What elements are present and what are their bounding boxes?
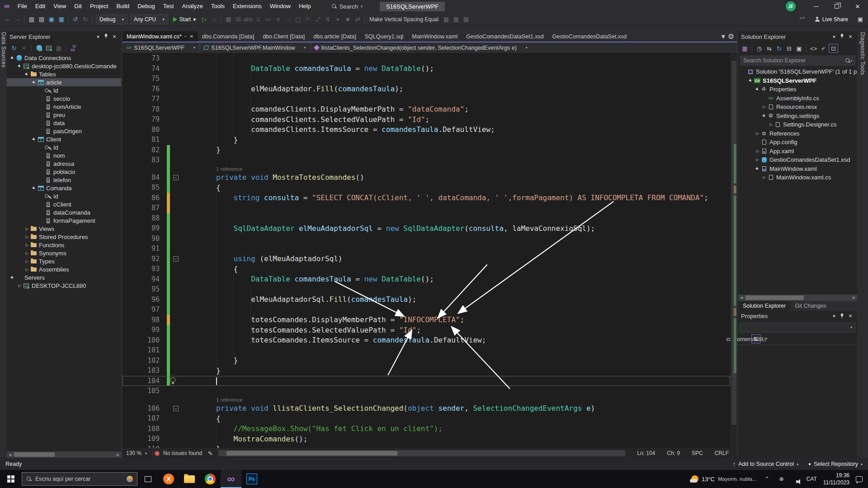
navigate-forward-icon[interactable]: →: [13, 14, 23, 24]
code-line-98[interactable]: 98 totesComandes.DisplayMemberPath = "IN…: [123, 315, 730, 325]
tree-item-stored-procedures[interactable]: ▷Stored Procedures: [7, 233, 121, 241]
tree-item-assemblyinfo-cs[interactable]: C#AssemblyInfo.cs: [738, 94, 857, 103]
document-well-options-icon[interactable]: ⚙: [728, 32, 734, 41]
tree-item-adressa[interactable]: adressa: [7, 160, 121, 168]
clear-bookmark-icon[interactable]: ⏸: [333, 14, 343, 24]
refresh-icon[interactable]: ↻: [774, 44, 784, 53]
tree-item-seccio[interactable]: seccio: [7, 94, 121, 103]
properties-window-icon[interactable]: ▣: [794, 44, 804, 53]
add-to-source-control-button[interactable]: ↑ Add to Source Control ▴: [733, 461, 798, 467]
indent-icon[interactable]: ⸬: [283, 14, 293, 24]
tab-dbo.Comanda-Data-[interactable]: dbo.Comanda [Data]: [198, 31, 259, 42]
new-project-icon[interactable]: ▨: [27, 14, 37, 24]
menu-item-file[interactable]: File: [14, 0, 31, 13]
minimize-button[interactable]: [806, 0, 826, 13]
zoom-select[interactable]: 130 % ▾: [123, 450, 151, 456]
code-editor[interactable]: 7374 DataTable comandesTaula = new DataT…: [123, 53, 730, 448]
code-line-78[interactable]: 78 comandesClients.DisplayMemberPath = "…: [123, 104, 730, 115]
taskbar-app-photoshop[interactable]: Ps: [241, 470, 262, 488]
tab-MainWindow.xaml.cs-[interactable]: MainWindow.xaml.cs*−✕: [123, 31, 198, 42]
notification-center-icon[interactable]: [856, 476, 863, 482]
make-vertical-spacing-equal-button[interactable]: Make Vertical Spacing Equal: [369, 16, 439, 23]
expander-closed-icon[interactable]: ▷: [24, 251, 30, 255]
tree-item-id[interactable]: Id: [7, 192, 121, 200]
code-line-79[interactable]: 79 comandesClients.SelectedValuePath = "…: [123, 114, 730, 125]
language-indicator[interactable]: CAT: [807, 476, 817, 482]
code-line-110[interactable]: 110 }: [123, 444, 730, 449]
tree-item-app-xaml[interactable]: ▷App.xaml: [738, 147, 857, 156]
code-line-74[interactable]: 74 DataTable comandesTaula = new DataTab…: [123, 64, 730, 74]
expander-closed-icon[interactable]: ▷: [24, 235, 30, 239]
tree-item-cclient[interactable]: cClient: [7, 200, 121, 208]
live-share-button[interactable]: Live Share: [811, 16, 852, 23]
scroll-left-icon[interactable]: ◀: [7, 453, 13, 457]
platform-select[interactable]: Any CPU▾: [130, 14, 168, 24]
tree-item-desktop-jccl880-gestiocomande[interactable]: ▶desktop-jccl880.GestioComande: [7, 62, 121, 70]
solution-search-input[interactable]: Search Solution Explorer ▾: [740, 56, 855, 66]
tab-GestioComandesDataSet.xsd[interactable]: GestioComandesDataSet.xsd: [548, 31, 632, 42]
graph-icon[interactable]: ▦: [223, 14, 233, 24]
align-left-icon[interactable]: ⊟: [233, 14, 243, 24]
health-indicator-icon[interactable]: !: [155, 451, 160, 456]
expander-closed-icon[interactable]: ▷: [24, 267, 30, 272]
start-debug-button[interactable]: Start▾: [170, 16, 199, 23]
abc-icon[interactable]: abc: [243, 14, 253, 24]
open-file-icon[interactable]: ▤: [37, 14, 47, 24]
breadcrumb-segment-0[interactable]: C#S16SQLServerWPF▾: [123, 42, 200, 53]
save-icon[interactable]: ▣: [47, 14, 57, 24]
menu-item-window[interactable]: Window: [266, 0, 295, 13]
expander-open-icon[interactable]: ▶: [9, 274, 16, 281]
pin-icon[interactable]: [102, 33, 110, 40]
pending-changes-icon[interactable]: ◷: [755, 44, 764, 53]
tree-item-mainwindow-xaml[interactable]: ▶MainWindow.xaml: [738, 164, 857, 174]
refresh-icon[interactable]: ↻: [9, 43, 19, 52]
codelens-references[interactable]: 1 reference: [181, 166, 242, 172]
menu-item-view[interactable]: View: [49, 0, 70, 13]
properties-object-select[interactable]: ▾: [740, 323, 855, 333]
grid-b-icon[interactable]: ▦: [451, 14, 461, 24]
code-line-95[interactable]: 95: [123, 284, 730, 295]
auto-generate-icon[interactable]: [69, 43, 78, 52]
panel-menu-icon[interactable]: ▾: [830, 34, 838, 40]
code-line-83[interactable]: 83: [123, 155, 730, 165]
code-line-97[interactable]: 97: [123, 305, 730, 315]
pin-icon[interactable]: [838, 313, 846, 319]
code-line-75[interactable]: 75: [123, 74, 730, 84]
sync-icon[interactable]: ⇆: [764, 44, 774, 53]
select-repository-button[interactable]: ● Select Repository ▴: [808, 461, 863, 467]
tree-item-id[interactable]: Id: [7, 86, 121, 94]
menu-item-analyze[interactable]: Analyze: [178, 0, 207, 13]
tree-item-views[interactable]: ▷Views: [7, 225, 121, 233]
tree-item-paisorigen[interactable]: paisOrigen: [7, 127, 121, 135]
tree-item-nom[interactable]: nom: [7, 151, 121, 160]
expander-open-icon[interactable]: ▶: [16, 62, 24, 70]
diagnostic-tools-tab[interactable]: Diagnostic Tools: [859, 32, 866, 75]
tree-item-resources-resx[interactable]: ▷Resources.resx: [738, 103, 857, 112]
code-line-104[interactable]: 104: [123, 376, 730, 386]
tree-item-telefon[interactable]: telefon: [7, 176, 121, 184]
code-line-94[interactable]: 94 DataTable comandesTaula = new DataTab…: [123, 274, 730, 285]
code-line-87[interactable]: 87: [123, 203, 730, 213]
pause-icon[interactable]: ■: [343, 14, 353, 24]
tab-MainWindow.xaml[interactable]: MainWindow.xaml: [408, 31, 462, 42]
codelens-row[interactable]: 1 reference: [123, 165, 730, 173]
property-pages-icon[interactable]: ✂: [762, 334, 771, 343]
expander-closed-icon[interactable]: ▷: [755, 149, 760, 153]
codelens-row[interactable]: 1 reference: [123, 396, 730, 404]
expander-open-icon[interactable]: ▶: [24, 70, 31, 78]
code-line-93[interactable]: 93 {: [123, 264, 730, 274]
tree-item-data[interactable]: data: [7, 119, 121, 127]
tree-item-assemblies[interactable]: ▷Assemblies: [7, 265, 121, 273]
pointer-icon[interactable]: ⌸: [253, 14, 263, 24]
breadcrumb-segment-2[interactable]: llistaClients_SelectionChanged(object se…: [311, 42, 737, 53]
panel-tab-solution-explorer[interactable]: Solution Explorer: [738, 301, 790, 311]
panel-tab-git-changes[interactable]: Git Changes: [790, 301, 830, 311]
responsive-view-icon[interactable]: ▦: [740, 44, 750, 53]
clock[interactable]: 19:36 11/11/2023: [823, 472, 849, 486]
code-line-81[interactable]: 81 }: [123, 135, 730, 145]
save-all-icon[interactable]: ▦: [57, 14, 66, 24]
frame-icon[interactable]: ⚐: [303, 14, 313, 24]
taskbar-app-visual-studio[interactable]: ∞: [221, 470, 241, 488]
pencil-icon[interactable]: ✎: [206, 449, 215, 458]
pin-icon[interactable]: [838, 33, 846, 40]
